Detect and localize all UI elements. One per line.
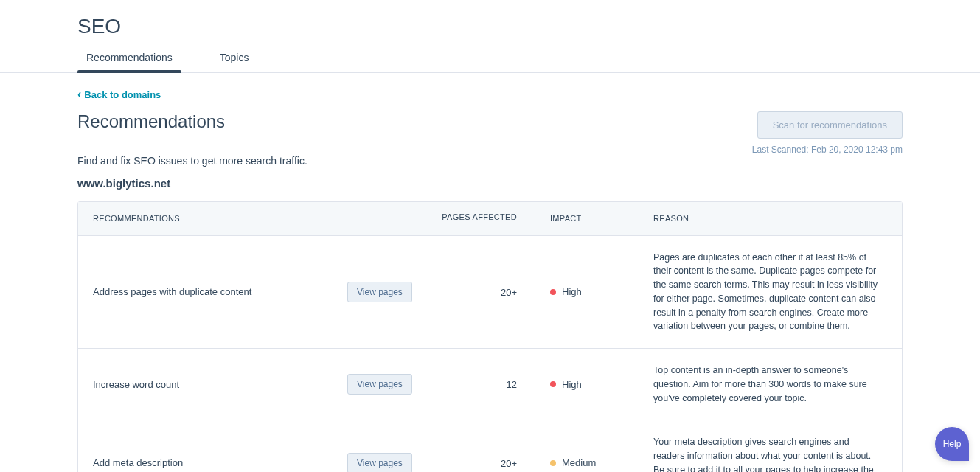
recommendation-title: Address pages with duplicate content <box>93 286 251 297</box>
pages-affected-value: 20+ <box>501 458 517 469</box>
pages-affected-value: 12 <box>507 379 517 390</box>
back-to-domains-link[interactable]: Back to domains <box>77 88 161 100</box>
reason-text: Pages are duplicates of each other if at… <box>653 251 887 334</box>
view-pages-button[interactable]: View pages <box>347 453 412 472</box>
column-header-pages-affected: PAGES AFFECTED <box>436 212 550 225</box>
scan-for-recommendations-button[interactable]: Scan for recommendations <box>757 111 903 139</box>
impact-label: High <box>562 379 582 390</box>
table-header: RECOMMENDATIONS PAGES AFFECTED IMPACT RE… <box>78 202 902 236</box>
impact-label: Medium <box>562 457 596 468</box>
tab-recommendations[interactable]: Recommendations <box>77 52 181 72</box>
subtitle-text: Find and fix SEO issues to get more sear… <box>77 155 903 167</box>
recommendation-title: Add meta description <box>93 457 183 468</box>
reason-text: Top content is an in-depth answer to som… <box>653 364 887 405</box>
table-row: Add meta description View pages 20+ Medi… <box>78 420 902 472</box>
impact-dot-icon <box>550 381 556 387</box>
last-scanned-text: Last Scanned: Feb 20, 2020 12:43 pm <box>752 145 903 155</box>
domain-name: www.biglytics.net <box>77 177 903 190</box>
help-button[interactable]: Help <box>935 427 969 461</box>
column-header-recommendations: RECOMMENDATIONS <box>93 212 436 225</box>
page-title: SEO <box>77 15 903 38</box>
impact-dot-icon <box>550 460 556 466</box>
impact-label: High <box>562 286 582 297</box>
reason-text: Your meta description gives search engin… <box>653 435 887 472</box>
recommendation-title: Increase word count <box>93 379 179 390</box>
table-row: Increase word count View pages 12 High T… <box>78 349 902 420</box>
impact-dot-icon <box>550 289 556 295</box>
pages-affected-value: 20+ <box>501 287 517 298</box>
tabs-container: Recommendations Topics <box>0 52 980 73</box>
view-pages-button[interactable]: View pages <box>347 282 412 302</box>
table-row: Address pages with duplicate content Vie… <box>78 236 902 350</box>
recommendations-table: RECOMMENDATIONS PAGES AFFECTED IMPACT RE… <box>77 201 903 472</box>
recommendations-heading: Recommendations <box>77 111 225 132</box>
view-pages-button[interactable]: View pages <box>347 374 412 395</box>
column-header-reason: REASON <box>653 212 887 225</box>
column-header-impact: IMPACT <box>550 212 653 225</box>
tab-topics[interactable]: Topics <box>211 52 258 72</box>
